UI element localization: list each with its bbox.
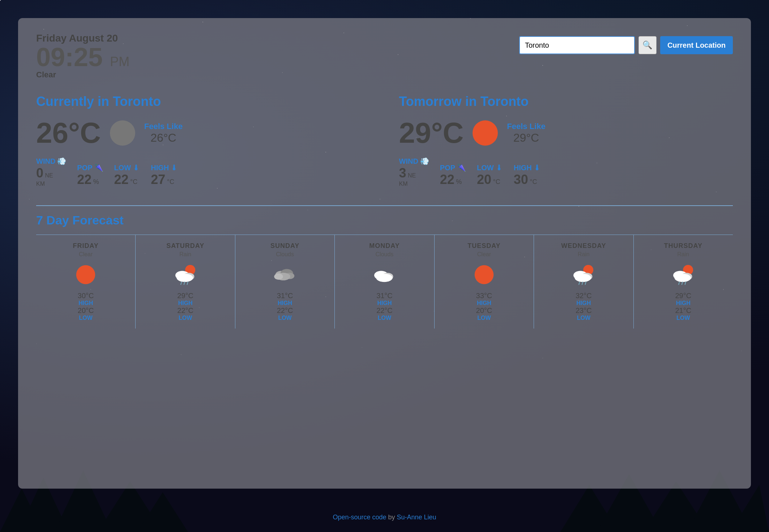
day-condition: Rain	[139, 251, 231, 258]
day-high-label: HIGH	[139, 300, 231, 306]
day-name: SUNDAY	[239, 242, 331, 250]
day-icon	[372, 262, 397, 287]
forecast-day-monday: MONDAY Clouds 31°C HIGH 22°C LOW	[335, 235, 434, 329]
day-condition: Rain	[637, 251, 729, 258]
forecast-section: 7 Day Forecast FRIDAY Clear 30°C HIGH 20…	[36, 205, 733, 329]
svg-rect-11	[80, 525, 85, 532]
current-location-button[interactable]: Current Location	[660, 36, 733, 54]
svg-point-13	[110, 120, 135, 146]
day-name: TUESDAY	[438, 242, 530, 250]
day-condition: Clouds	[338, 251, 430, 258]
tomorrow-temp: 29°C	[399, 116, 464, 150]
day-icon	[272, 262, 298, 287]
current-pop-stat: POP 🌂 22 %	[77, 163, 103, 187]
forecast-day-friday: FRIDAY Clear 30°C HIGH 20°C LOW	[36, 235, 136, 329]
current-stats-row: WIND 💨 0 NEKM POP 🌂 22 %	[36, 157, 370, 187]
current-title: Currently in Toronto	[36, 94, 370, 109]
svg-rect-10	[38, 521, 42, 532]
day-high-temp: 31°C	[338, 292, 430, 300]
day-high-label: HIGH	[438, 300, 530, 306]
tomorrow-high-icon: 🌡	[534, 164, 541, 172]
high-temp-icon: 🌡	[171, 164, 178, 172]
current-feels-like: Feels Like 26°C	[144, 122, 183, 145]
forecast-day-wednesday: WEDNESDAY Rain 32°C HIGH 23°C LOW	[534, 235, 633, 329]
day-low-temp: 21°C	[637, 306, 729, 315]
day-high-temp: 29°C	[139, 292, 231, 300]
wind-icon: 💨	[57, 157, 66, 166]
svg-point-27	[274, 274, 283, 280]
day-low-label: LOW	[438, 315, 530, 321]
svg-point-31	[475, 265, 494, 284]
day-high-label: HIGH	[538, 300, 629, 306]
forecast-day-saturday: SATURDAY Rain 29°C HIGH 22°C LOW	[136, 235, 235, 329]
day-name: THURSDAY	[637, 242, 729, 250]
svg-line-22	[187, 282, 188, 285]
day-condition: Clouds	[239, 251, 331, 258]
svg-line-20	[181, 282, 182, 285]
footer-author: Su-Anne Lieu	[397, 514, 436, 521]
svg-line-37	[582, 282, 583, 285]
day-condition: Clear	[40, 251, 132, 258]
tomorrow-wind-icon: 💨	[420, 157, 429, 166]
day-low-label: LOW	[139, 315, 231, 321]
search-input[interactable]	[519, 36, 635, 54]
day-high-temp: 31°C	[239, 292, 331, 300]
footer: Open-source code by Su-Anne Lieu	[0, 514, 769, 521]
day-low-temp: 20°C	[40, 306, 132, 315]
svg-point-42	[674, 274, 691, 282]
tomorrow-title: Tomorrow in Toronto	[399, 94, 733, 109]
current-high-stat: HIGH 🌡 27 °C	[151, 164, 178, 187]
svg-point-14	[473, 120, 498, 146]
svg-line-44	[682, 282, 683, 285]
forecast-day-thursday: THURSDAY Rain 29°C HIGH 21°C LOW	[634, 235, 733, 329]
day-condition: Clear	[438, 251, 530, 258]
tomorrow-weather-section: Tomorrow in Toronto 29°C Feels Like 29°C…	[399, 94, 733, 187]
search-area: 🔍 Current Location	[519, 36, 733, 54]
search-button[interactable]: 🔍	[638, 36, 657, 54]
footer-by: by	[388, 514, 397, 521]
header: Friday August 20 09:25 PM Clear 🔍 Curren…	[36, 33, 733, 80]
tomorrow-low-icon: 🌡	[496, 164, 503, 172]
svg-point-30	[376, 274, 393, 282]
svg-point-35	[575, 274, 591, 282]
day-low-temp: 22°C	[139, 306, 231, 315]
tomorrow-pop-stat: POP 🌂 22 %	[440, 163, 466, 187]
day-name: FRIDAY	[40, 242, 132, 250]
tomorrow-low-stat: LOW 🌡 20 °C	[477, 164, 503, 187]
forecast-day-tuesday: TUESDAY Clear 33°C HIGH 20°C LOW	[435, 235, 534, 329]
low-temp-icon: 🌡	[133, 164, 140, 172]
day-low-temp: 22°C	[338, 306, 430, 315]
tomorrow-high-stat: HIGH 🌡 30 °C	[514, 164, 541, 187]
tomorrow-pop-icon: 🌂	[457, 163, 466, 172]
day-icon	[671, 262, 696, 287]
day-high-temp: 30°C	[40, 292, 132, 300]
day-high-temp: 32°C	[538, 292, 629, 300]
tomorrow-wind-stat: WIND 💨 3 NEKM	[399, 157, 429, 187]
svg-rect-12	[130, 525, 135, 532]
svg-point-15	[76, 265, 95, 284]
day-icon	[571, 262, 596, 287]
tomorrow-weather-icon	[471, 119, 500, 147]
day-low-label: LOW	[40, 315, 132, 321]
day-name: MONDAY	[338, 242, 430, 250]
svg-line-43	[679, 282, 680, 285]
day-high-label: HIGH	[239, 300, 331, 306]
time-label: 09:25 PM	[36, 44, 129, 70]
tomorrow-temp-row: 29°C Feels Like 29°C	[399, 116, 733, 150]
day-icon	[73, 262, 98, 287]
day-high-temp: 33°C	[438, 292, 530, 300]
day-icon	[173, 262, 198, 287]
forecast-grid: FRIDAY Clear 30°C HIGH 20°C LOW SATURDAY…	[36, 235, 733, 329]
current-wind-stat: WIND 💨 0 NEKM	[36, 157, 66, 187]
day-high-label: HIGH	[637, 300, 729, 306]
svg-line-38	[585, 282, 586, 285]
current-low-stat: LOW 🌡 22 °C	[114, 164, 140, 187]
forecast-title: 7 Day Forecast	[36, 213, 733, 227]
day-low-label: LOW	[538, 315, 629, 321]
tomorrow-feels-like: Feels Like 29°C	[507, 122, 545, 145]
day-icon	[471, 262, 497, 287]
day-name: WEDNESDAY	[538, 242, 629, 250]
day-condition: Rain	[538, 251, 629, 258]
svg-point-19	[176, 274, 193, 282]
current-temp: 26°C	[36, 116, 101, 150]
